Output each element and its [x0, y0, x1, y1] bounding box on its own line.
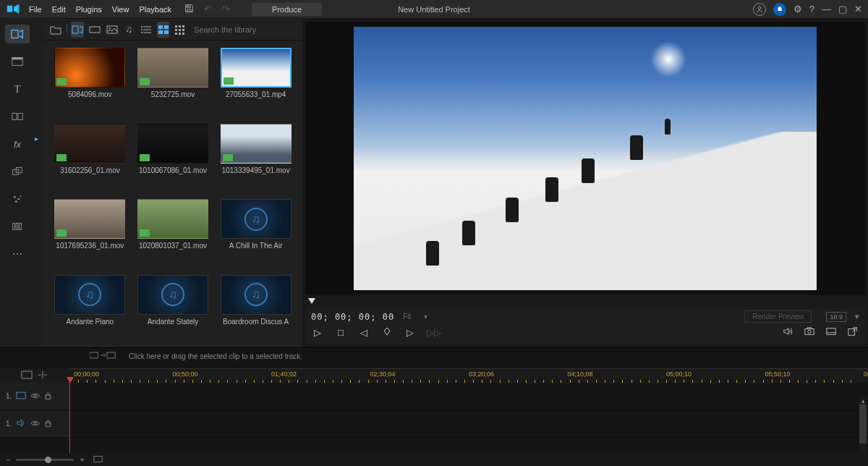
video-thumbnail[interactable]	[54, 199, 125, 239]
track-eye-icon[interactable]	[30, 420, 40, 428]
filter-audio-icon[interactable]: ♫	[122, 22, 135, 38]
track-lanes[interactable]	[69, 383, 868, 453]
library-item[interactable]: 1020801037_01.mov	[134, 199, 213, 265]
expand-panel-icon[interactable]: ▸	[35, 135, 38, 143]
room-media[interactable]	[5, 25, 30, 43]
zoom-out-icon[interactable]: −	[6, 455, 10, 464]
import-icon[interactable]	[49, 22, 62, 38]
video-thumbnail[interactable]	[137, 48, 208, 88]
maximize-icon[interactable]: ▢	[838, 4, 847, 14]
video-thumbnail[interactable]	[54, 48, 125, 88]
track-lock-icon[interactable]	[44, 419, 52, 429]
filter-image-icon[interactable]	[106, 22, 119, 38]
user-icon[interactable]	[753, 3, 766, 16]
menu-view[interactable]: View	[112, 5, 129, 14]
preview-viewport[interactable]	[305, 22, 865, 295]
popout-icon[interactable]	[846, 326, 859, 339]
fast-forward-button[interactable]: ▷▷	[427, 327, 440, 338]
view-grid-small-icon[interactable]	[174, 22, 187, 38]
playhead[interactable]	[69, 383, 70, 453]
room-transition[interactable]	[5, 107, 30, 126]
video-thumbnail[interactable]	[221, 48, 292, 88]
library-item[interactable]: 5232725.mov	[134, 48, 213, 114]
room-more[interactable]: ⋯	[5, 245, 30, 263]
help-icon[interactable]: ?	[809, 4, 814, 14]
gear-icon[interactable]: ⚙	[793, 4, 802, 14]
redo-icon[interactable]: ↷	[222, 4, 230, 14]
audio-thumbnail[interactable]: ♫	[221, 275, 292, 315]
close-icon[interactable]: ✕	[854, 4, 862, 14]
zoom-fit-icon[interactable]	[93, 455, 103, 465]
view-grid-large-icon[interactable]	[157, 22, 170, 38]
save-icon[interactable]	[184, 4, 194, 15]
notification-icon[interactable]	[773, 3, 786, 16]
menu-playback[interactable]: Playback	[139, 5, 171, 14]
timecode-display[interactable]: 00; 00; 00; 00	[311, 312, 394, 322]
play-button[interactable]: ▷	[311, 327, 324, 338]
audio-thumbnail[interactable]: ♫	[221, 199, 292, 239]
prev-frame-button[interactable]: ◁	[357, 327, 370, 338]
preview-scrubber[interactable]	[305, 297, 865, 308]
aspect-ratio-badge[interactable]: 16:9	[826, 312, 846, 322]
ratio-chevron-icon[interactable]: ▾	[855, 312, 859, 321]
video-thumbnail[interactable]	[137, 199, 208, 239]
timeline-ruler[interactable]: 00;00;0000;50;0001;40;0202;30;0403;20;06…	[69, 368, 868, 383]
zoom-in-icon[interactable]: +	[80, 455, 84, 464]
library-item[interactable]: 31602256_01.mov	[51, 124, 129, 190]
timeline-cut-icon[interactable]	[37, 370, 48, 381]
produce-button[interactable]: Produce	[252, 3, 322, 16]
library-item[interactable]: 5084096.mov	[51, 48, 129, 114]
audio-thumbnail[interactable]: ♫	[137, 275, 208, 315]
stop-button[interactable]: □	[334, 327, 347, 338]
video-thumbnail[interactable]	[137, 124, 208, 164]
track-header-audio[interactable]: 1.	[0, 410, 69, 438]
volume-icon[interactable]	[781, 326, 794, 339]
library-item[interactable]: 27055633_01.mp4	[216, 48, 295, 114]
next-frame-button[interactable]: ▷	[404, 327, 417, 338]
library-item[interactable]: ♫Andante Piano	[51, 275, 129, 341]
library-item[interactable]: 1017695236_01.mov	[51, 199, 129, 265]
zoom-fit-dropdown[interactable]: Fit▾	[403, 313, 427, 321]
room-title[interactable]: T	[5, 80, 30, 98]
scrubber-handle[interactable]	[308, 298, 315, 304]
timeline-view-icon[interactable]	[21, 370, 33, 381]
render-preview-button[interactable]: Render Preview	[744, 310, 812, 323]
view-list-icon[interactable]	[140, 22, 153, 38]
video-thumbnail[interactable]	[221, 124, 292, 164]
filter-videophoto-icon[interactable]	[71, 22, 84, 38]
timeline-tool-icon[interactable]	[90, 351, 119, 361]
room-audio-mix[interactable]	[5, 217, 30, 236]
track-eye-icon[interactable]	[30, 392, 40, 401]
minimize-icon[interactable]: —	[822, 4, 831, 14]
menu-file[interactable]: File	[29, 5, 42, 14]
room-particle[interactable]	[5, 190, 30, 208]
library-item[interactable]: ♫Boardroom Discus A	[216, 275, 295, 341]
timeline-vscroll[interactable]: ▴	[859, 397, 867, 453]
library-item[interactable]: ♫A Chill In The Air	[216, 199, 295, 265]
svg-rect-35	[175, 33, 177, 35]
timeline-hint-text[interactable]: Click here or drag the selected clip to …	[129, 352, 302, 360]
dock-icon[interactable]	[825, 326, 838, 339]
audio-thumbnail[interactable]: ♫	[54, 275, 125, 315]
library-grid[interactable]: 5084096.mov5232725.mov27055633_01.mp4316…	[43, 41, 302, 347]
room-fx[interactable]: fx	[5, 135, 30, 153]
filter-video-icon[interactable]	[88, 22, 101, 38]
track-lane-video[interactable]	[69, 383, 868, 410]
track-header-video[interactable]: 1.	[0, 383, 69, 410]
menu-plugins[interactable]: Plugins	[76, 5, 102, 14]
room-overlay[interactable]	[5, 162, 30, 181]
menu-edit[interactable]: Edit	[52, 5, 66, 14]
library-item[interactable]: 1010067086_01.mov	[134, 124, 213, 190]
track-lane-audio[interactable]	[69, 410, 868, 438]
undo-icon[interactable]: ↶	[204, 4, 212, 14]
room-plugins[interactable]	[5, 52, 30, 71]
library-item[interactable]: ♫Andante Stately	[134, 275, 213, 341]
marker-button[interactable]	[380, 327, 393, 338]
track-num: 1.	[6, 420, 12, 428]
zoom-slider[interactable]	[16, 459, 74, 461]
library-item[interactable]: 1013339495_01.mov	[216, 124, 295, 190]
video-thumbnail[interactable]	[54, 124, 125, 164]
library-search-input[interactable]	[191, 22, 297, 37]
snapshot-icon[interactable]	[803, 326, 816, 339]
track-lock-icon[interactable]	[44, 391, 52, 402]
